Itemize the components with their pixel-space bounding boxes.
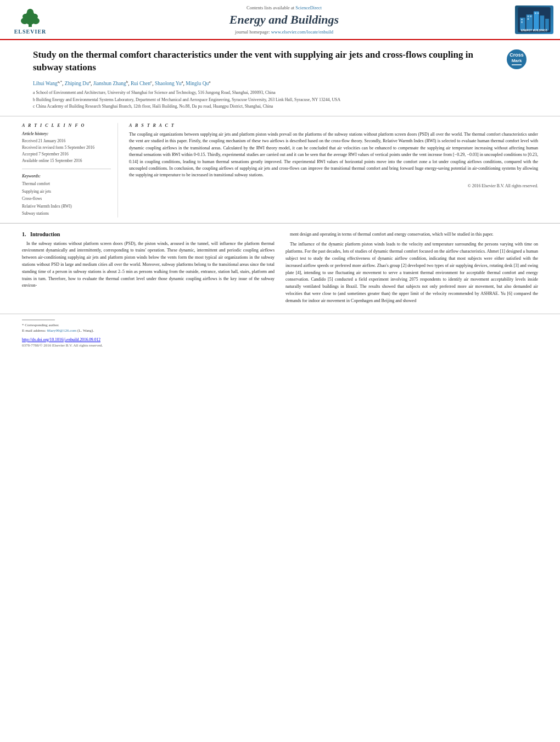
journal-url[interactable]: www.elsevier.com/locate/enbuild bbox=[271, 29, 333, 35]
received-revised-date: Received in revised form 5 September 201… bbox=[22, 144, 111, 151]
accepted-date: Accepted 7 September 2016 bbox=[22, 151, 111, 158]
article-info-abstract-section: A R T I C L E I N F O Article history: R… bbox=[0, 116, 560, 224]
affiliation-a: a School of Environment and Architecture… bbox=[33, 90, 527, 96]
svg-text:ENERGY BUILDINGS: ENERGY BUILDINGS bbox=[521, 29, 547, 32]
journal-logo: ENERGY BUILDINGS bbox=[513, 4, 555, 35]
article-history-heading: Article history: bbox=[22, 131, 111, 136]
intro-paragraph-1: In the subway stations without platform … bbox=[22, 241, 275, 290]
svg-rect-13 bbox=[545, 19, 549, 30]
journal-homepage: journal homepage: www.elsevier.com/locat… bbox=[60, 29, 508, 35]
svg-text:Cross: Cross bbox=[509, 52, 524, 58]
svg-rect-11 bbox=[534, 11, 539, 30]
author-email[interactable]: 66ary99@126.com bbox=[47, 328, 77, 333]
main-col-left: 1. Introduction In the subway stations w… bbox=[22, 231, 275, 308]
author-shaolong-yu[interactable]: Shaolong Yu bbox=[155, 81, 181, 86]
received-date: Received 21 January 2016 bbox=[22, 138, 111, 144]
svg-rect-18 bbox=[530, 15, 531, 17]
email-person: (L. Wang). bbox=[77, 328, 94, 333]
journal-title: Energy and Buildings bbox=[60, 13, 508, 27]
author-lihui-wang[interactable]: Lihui Wang bbox=[33, 81, 58, 86]
intro-body-left: In the subway stations without platform … bbox=[22, 241, 275, 290]
elsevier-tree-icon bbox=[16, 5, 44, 27]
elsevier-logo: ELSEVIER bbox=[5, 4, 55, 35]
affiliation-c: c China Academy of Building Research Sha… bbox=[33, 103, 527, 110]
intro-paragraph-2: ment design and operating in terms of th… bbox=[285, 231, 538, 238]
intro-body-right: ment design and operating in terms of th… bbox=[285, 231, 538, 305]
author-rui-chen[interactable]: Rui Chen bbox=[131, 81, 150, 86]
svg-rect-16 bbox=[527, 15, 529, 17]
intro-heading: 1. Introduction bbox=[22, 231, 275, 237]
svg-text:Mark: Mark bbox=[512, 58, 522, 63]
sciencedirect-link[interactable]: ScienceDirect bbox=[295, 5, 322, 10]
main-col-right: ment design and operating in terms of th… bbox=[285, 231, 538, 308]
page-header: ELSEVIER Contents lists available at Sci… bbox=[0, 0, 560, 40]
crossmark-icon: Cross Mark bbox=[506, 49, 527, 70]
crossmark-logo[interactable]: Cross Mark bbox=[506, 49, 527, 70]
svg-rect-19 bbox=[534, 12, 536, 14]
elsevier-wordmark: ELSEVIER bbox=[14, 29, 47, 35]
footer-doi: http://dx.doi.org/10.1016/j.enbuild.2016… bbox=[22, 337, 538, 342]
article-section: Study on the thermal comfort characteris… bbox=[0, 40, 560, 116]
keyword-1: Thermal comfort bbox=[22, 180, 111, 188]
svg-rect-15 bbox=[521, 21, 523, 23]
footer-divider bbox=[22, 320, 55, 320]
keyword-5: Subway stations bbox=[22, 210, 111, 217]
abstract-label: A B S T R A C T bbox=[129, 123, 538, 128]
keywords-block: Keywords: Thermal comfort Supplying air … bbox=[22, 174, 111, 217]
article-title: Study on the thermal comfort characteris… bbox=[33, 49, 501, 74]
keywords-heading: Keywords: bbox=[22, 174, 111, 178]
svg-rect-17 bbox=[527, 18, 529, 20]
header-center: Contents lists available at ScienceDirec… bbox=[60, 5, 508, 35]
journal-logo-inner: ENERGY BUILDINGS bbox=[515, 5, 553, 34]
intro-paragraph-3: The influence of the dynamic platform pi… bbox=[285, 241, 538, 304]
svg-rect-20 bbox=[537, 12, 539, 14]
authors-line: Lihui Wanga,*, Zhiping Dua, Jianshun Zha… bbox=[33, 80, 527, 86]
divider-1 bbox=[22, 169, 111, 169]
article-info-label: A R T I C L E I N F O bbox=[22, 123, 111, 128]
footer-section: * Corresponding author. E-mail address: … bbox=[0, 314, 560, 351]
corresponding-author-label: * Corresponding author. bbox=[22, 323, 59, 327]
svg-rect-14 bbox=[521, 19, 523, 20]
email-label: E-mail address: bbox=[22, 328, 46, 333]
footer-note: * Corresponding author. E-mail address: … bbox=[22, 322, 538, 334]
svg-rect-12 bbox=[540, 15, 544, 30]
available-online-date: Available online 15 September 2016 bbox=[22, 158, 111, 164]
energy-buildings-logo-svg: ENERGY BUILDINGS bbox=[517, 7, 551, 32]
footer-issn: 0378-7788/© 2016 Elsevier B.V. All right… bbox=[22, 343, 538, 348]
article-info-column: A R T I C L E I N F O Article history: R… bbox=[22, 123, 118, 217]
main-content: 1. Introduction In the subway stations w… bbox=[0, 224, 560, 314]
copyright-line: © 2016 Elsevier B.V. All rights reserved… bbox=[129, 183, 538, 188]
article-title-row: Study on the thermal comfort characteris… bbox=[33, 49, 527, 74]
contents-line: Contents lists available at ScienceDirec… bbox=[60, 5, 508, 10]
affiliation-b: b Building Energy and Environmental Syst… bbox=[33, 97, 527, 103]
doi-link[interactable]: http://dx.doi.org/10.1016/j.enbuild.2016… bbox=[22, 337, 100, 342]
author-minglu-qu[interactable]: Minglu Qu bbox=[186, 81, 209, 86]
author-jianshun-zhang[interactable]: Jianshun Zhang bbox=[93, 81, 126, 86]
affiliations: a School of Environment and Architecture… bbox=[33, 90, 527, 110]
abstract-text: The coupling air organizations between s… bbox=[129, 131, 538, 179]
abstract-column: A B S T R A C T The coupling air organiz… bbox=[129, 123, 538, 217]
author-zhiping-du[interactable]: Zhiping Du bbox=[65, 81, 89, 86]
svg-point-7 bbox=[27, 9, 33, 15]
svg-rect-10 bbox=[526, 14, 533, 30]
article-history-block: Article history: Received 21 January 201… bbox=[22, 131, 111, 164]
keyword-4: Relative Warmth Index (RWI) bbox=[22, 203, 111, 210]
keyword-2: Supplying air jets bbox=[22, 188, 111, 196]
keyword-3: Cross-flows bbox=[22, 195, 111, 203]
